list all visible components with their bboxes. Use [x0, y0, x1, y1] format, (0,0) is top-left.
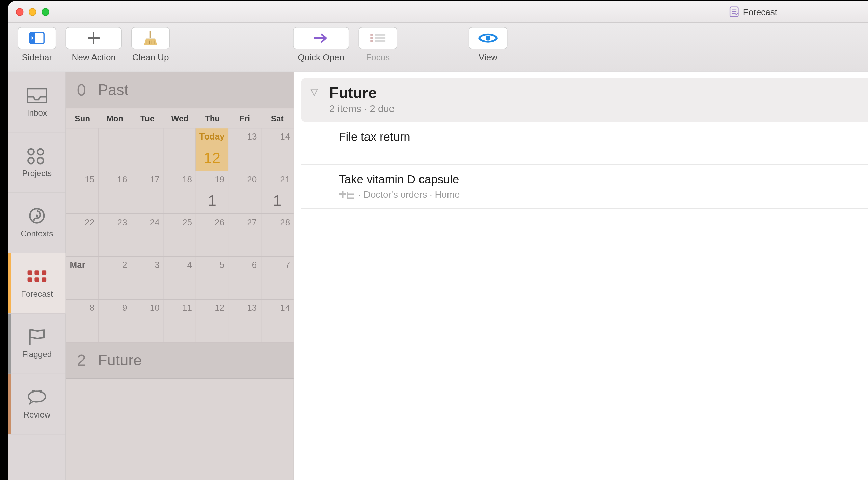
task-title: File tax return [338, 130, 868, 144]
arrow-right-icon [313, 33, 329, 43]
minimize-icon[interactable] [29, 8, 36, 16]
calendar-day[interactable]: 2 [99, 257, 131, 299]
plus-icon [87, 32, 100, 45]
calendar-day[interactable] [163, 128, 196, 171]
calendar-day[interactable]: 16 [99, 171, 131, 213]
list-icon [370, 33, 385, 43]
task-row[interactable]: File tax returnDue 4/15/15 [301, 122, 868, 165]
dow-label: Tue [131, 113, 164, 123]
forecast-icon [26, 268, 47, 285]
future-header[interactable]: 2 Future [66, 343, 294, 379]
eye-icon [478, 32, 498, 44]
task-title: Take vitamin D capsule [338, 173, 868, 186]
calendar-day[interactable]: 27 [228, 214, 261, 256]
calendar-day[interactable]: 26 [196, 214, 228, 256]
calendar-grid: SunMonTueWedThuFriSat Today1213141516171… [66, 108, 294, 343]
svg-rect-27 [42, 277, 46, 282]
perspective-projects[interactable]: Projects [8, 132, 65, 193]
perspective-forecast[interactable]: Forecast [8, 253, 65, 314]
calendar-day[interactable]: 211 [261, 171, 293, 213]
svg-rect-26 [34, 277, 39, 282]
svg-rect-5 [375, 34, 385, 36]
calendar-day[interactable]: 17 [131, 171, 164, 213]
calendar-day[interactable]: 23 [99, 214, 131, 256]
main-content: ▽ Future 2 items · 2 due File tax return… [294, 72, 868, 480]
new-action-button[interactable]: New Action [65, 27, 122, 62]
group-header-future[interactable]: ▽ Future 2 items · 2 due [301, 78, 868, 122]
svg-point-18 [28, 158, 34, 163]
dow-label: Sat [261, 113, 293, 123]
svg-point-10 [486, 36, 490, 41]
note-icon: ✚▤ [338, 189, 355, 200]
calendar-day[interactable] [66, 128, 99, 171]
calendar-day[interactable]: 18 [164, 171, 196, 213]
calendar-day[interactable]: 15 [66, 171, 99, 213]
calendar-day[interactable]: 14 [261, 128, 294, 171]
perspective-contexts[interactable]: Contexts [8, 193, 65, 253]
dow-label: Mon [99, 113, 131, 123]
calendar-day[interactable]: 25 [164, 214, 196, 256]
sidebar-icon [29, 32, 45, 44]
svg-rect-4 [370, 34, 373, 36]
past-header[interactable]: 0 Past [66, 72, 294, 109]
svg-point-21 [36, 214, 38, 217]
calendar-day[interactable]: 14 [261, 300, 293, 342]
svg-rect-0 [730, 7, 738, 17]
calendar-day[interactable]: 3 [131, 257, 164, 299]
close-icon[interactable] [16, 8, 24, 16]
calendar-day[interactable] [99, 128, 131, 171]
calendar-day[interactable]: 13 [228, 300, 261, 342]
calendar-day[interactable]: 6 [228, 257, 261, 299]
svg-rect-22 [28, 270, 32, 275]
calendar-day[interactable]: 7 [261, 257, 293, 299]
clean-up-button[interactable]: Clean Up [130, 27, 171, 62]
window-controls [16, 8, 49, 16]
dow-label: Fri [228, 113, 261, 123]
svg-point-19 [37, 158, 43, 163]
calendar-day[interactable] [131, 128, 163, 171]
quick-open-button[interactable]: Quick Open [293, 27, 349, 62]
perspective-flagged[interactable]: Flagged [8, 314, 65, 374]
calendar-day[interactable]: 12 [196, 300, 228, 342]
svg-rect-23 [34, 270, 39, 275]
calendar-day[interactable]: 4 [164, 257, 196, 299]
calendar-day[interactable]: 5 [196, 257, 228, 299]
perspective-review[interactable]: Review [8, 374, 65, 435]
calendar-day[interactable]: 13 [229, 128, 261, 171]
dow-label: Wed [164, 113, 196, 123]
window-title: Forecast [743, 7, 777, 17]
svg-rect-7 [375, 37, 385, 39]
app-window: Forecast Sidebar New Action Clean Up Qui… [8, 1, 868, 480]
svg-rect-3 [150, 31, 151, 38]
perspectives-sidebar: Inbox Projects Contexts Forecast Flagged… [8, 72, 66, 480]
view-button[interactable]: View [467, 27, 509, 62]
task-list: File tax returnDue 4/15/15Take vitamin D… [294, 122, 868, 209]
flag-icon [26, 328, 47, 346]
calendar-day[interactable]: 10 [131, 300, 164, 342]
calendar-day[interactable]: 8 [66, 300, 99, 342]
calendar-day[interactable]: 20 [228, 171, 261, 213]
calendar-day[interactable]: Mar [66, 257, 99, 299]
calendar-day[interactable]: 9 [99, 300, 131, 342]
disclosure-triangle-icon[interactable]: ▽ [310, 86, 318, 97]
calendar-day[interactable]: 11 [164, 300, 196, 342]
task-row[interactable]: Take vitamin D capsule✚▤ · Doctor's orde… [301, 165, 868, 209]
svg-rect-9 [375, 40, 385, 42]
calendar-day[interactable]: 22 [66, 214, 99, 256]
toolbar: Sidebar New Action Clean Up Quick Open F… [8, 23, 868, 72]
calendar-day[interactable]: 191 [196, 171, 228, 213]
calendar-day[interactable]: Today12 [196, 128, 228, 171]
sidebar-button[interactable]: Sidebar [17, 27, 58, 62]
zoom-icon[interactable] [42, 8, 49, 16]
contexts-icon [26, 208, 47, 225]
dow-label: Sun [66, 113, 99, 123]
calendar-day[interactable]: 24 [131, 214, 164, 256]
forecast-doc-icon [730, 6, 739, 17]
projects-icon [26, 147, 47, 165]
broom-icon [143, 30, 158, 47]
task-meta: ✚▤ · Doctor's orders · Home [338, 189, 868, 200]
svg-point-16 [28, 149, 34, 155]
calendar-day[interactable]: 28 [261, 214, 293, 256]
perspective-inbox[interactable]: Inbox [8, 72, 65, 133]
focus-button[interactable]: Focus [357, 27, 399, 62]
